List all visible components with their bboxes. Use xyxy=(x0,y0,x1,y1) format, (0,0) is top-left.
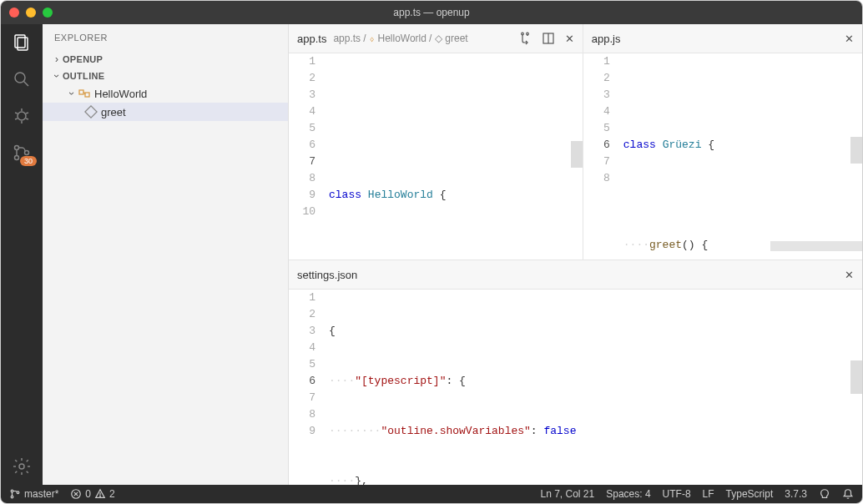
close-icon[interactable]: ✕ xyxy=(845,33,854,45)
code-content[interactable]: { ····"[typescript]": { ········"outline… xyxy=(329,290,862,485)
overview-ruler[interactable] xyxy=(850,360,862,394)
line-gutter: 1 2 3 4 5 6 7 8 9 xyxy=(289,290,329,485)
code-content[interactable]: class Grüezi { ····greet() { ········con… xyxy=(623,53,862,260)
activity-bar: 30 xyxy=(1,24,43,485)
status-language[interactable]: TypeScript xyxy=(726,488,774,500)
close-icon[interactable]: ✕ xyxy=(845,269,854,281)
status-bar: master* 0 2 Ln 7, Col 21 Spaces: 4 UTF-8… xyxy=(1,485,862,503)
code-content[interactable]: class HelloWorld { ····greet() { ·······… xyxy=(329,53,583,260)
method-symbol-icon: ◇ xyxy=(435,33,442,44)
method-symbol-icon xyxy=(84,105,98,118)
outline-section[interactable]: › OUTLINE xyxy=(43,68,288,84)
tab-bar: settings.json ✕ xyxy=(289,260,862,290)
svg-point-13 xyxy=(25,151,29,155)
svg-line-6 xyxy=(15,113,18,113)
class-symbol-icon xyxy=(78,87,91,100)
tab-app-ts[interactable]: app.ts xyxy=(297,33,326,45)
svg-line-7 xyxy=(26,113,28,113)
svg-rect-18 xyxy=(85,106,97,118)
code-editor[interactable]: 1 2 3 4 5 6 7 8 9 10 xyxy=(289,53,583,260)
compare-changes-icon[interactable] xyxy=(518,32,532,45)
explorer-tree: › OPENUP › OUTLINE › HelloWorld xyxy=(43,51,288,121)
status-encoding[interactable]: UTF-8 xyxy=(663,488,691,500)
window-controls xyxy=(9,8,53,18)
code-editor[interactable]: 1 2 3 4 5 6 7 8 class Grüezi { xyxy=(583,53,862,260)
svg-point-19 xyxy=(521,33,523,35)
line-gutter: 1 2 3 4 5 6 7 8 xyxy=(583,53,623,260)
svg-point-25 xyxy=(17,491,19,494)
editor-group-settings-json: settings.json ✕ 1 2 3 4 5 6 7 8 xyxy=(289,260,862,485)
status-cursor-position[interactable]: Ln 7, Col 21 xyxy=(540,488,594,500)
svg-point-30 xyxy=(100,496,101,496)
debug-icon[interactable] xyxy=(12,106,32,126)
source-control-icon[interactable]: 30 xyxy=(12,143,32,163)
line-gutter: 1 2 3 4 5 6 7 8 9 10 xyxy=(289,53,329,260)
status-ts-version[interactable]: 3.7.3 xyxy=(785,488,807,500)
svg-point-2 xyxy=(15,73,25,83)
outline-class-helloworld[interactable]: › HelloWorld xyxy=(43,84,288,103)
svg-point-12 xyxy=(15,156,19,160)
tab-app-js[interactable]: app.js xyxy=(592,33,621,45)
notifications-icon[interactable] xyxy=(842,488,854,500)
svg-rect-16 xyxy=(85,93,89,97)
code-editor[interactable]: 1 2 3 4 5 6 7 8 9 { ····"[typescri xyxy=(289,290,862,485)
editor-group-app-js: app.js ✕ 1 2 3 4 5 6 7 8 xyxy=(583,24,862,260)
status-indentation[interactable]: Spaces: 4 xyxy=(606,488,650,500)
svg-point-4 xyxy=(18,112,26,120)
svg-line-9 xyxy=(26,118,28,119)
editor-area: app.ts app.ts/ ⬨HelloWorld/ ◇greet xyxy=(289,24,862,485)
chevron-right-icon: › xyxy=(51,53,63,65)
close-window-button[interactable] xyxy=(9,8,19,18)
folder-openup[interactable]: › OPENUP xyxy=(43,51,288,68)
window-title: app.ts — openup xyxy=(393,7,469,18)
svg-line-8 xyxy=(15,118,18,119)
tab-settings-json[interactable]: settings.json xyxy=(297,269,357,281)
scm-badge: 30 xyxy=(20,156,37,166)
feedback-icon[interactable] xyxy=(819,488,830,500)
svg-point-20 xyxy=(526,33,528,35)
close-icon[interactable]: ✕ xyxy=(565,33,574,45)
svg-point-23 xyxy=(11,490,13,492)
horizontal-scrollbar[interactable] xyxy=(770,241,862,251)
maximize-window-button[interactable] xyxy=(43,8,53,18)
titlebar: app.ts — openup xyxy=(1,1,862,24)
svg-point-24 xyxy=(11,496,13,498)
explorer-sidebar: EXPLORER › OPENUP › OUTLINE › HelloWorld xyxy=(43,24,289,485)
minimize-window-button[interactable] xyxy=(26,8,36,18)
chevron-down-icon: › xyxy=(66,88,78,99)
svg-point-14 xyxy=(19,464,24,469)
settings-gear-icon[interactable] xyxy=(12,456,32,476)
class-symbol-icon: ⬨ xyxy=(369,33,375,44)
chevron-down-icon: › xyxy=(51,70,63,82)
app-window: app.ts — openup 30 EXPLORER xyxy=(0,0,863,504)
outline-method-greet[interactable]: greet xyxy=(43,103,288,121)
svg-line-3 xyxy=(24,82,29,87)
explorer-header: EXPLORER xyxy=(43,24,288,51)
split-editor-icon[interactable] xyxy=(542,32,555,45)
svg-point-11 xyxy=(15,146,19,150)
explorer-icon[interactable] xyxy=(12,33,32,53)
overview-ruler[interactable] xyxy=(571,141,583,168)
tab-bar: app.ts app.ts/ ⬨HelloWorld/ ◇greet xyxy=(289,24,583,53)
overview-ruler[interactable] xyxy=(850,137,862,164)
editor-group-app-ts: app.ts app.ts/ ⬨HelloWorld/ ◇greet xyxy=(289,24,583,260)
tab-bar: app.js ✕ xyxy=(583,24,862,53)
breadcrumb[interactable]: app.ts/ ⬨HelloWorld/ ◇greet xyxy=(333,33,467,44)
svg-rect-15 xyxy=(79,90,83,94)
search-icon[interactable] xyxy=(12,69,32,89)
status-branch[interactable]: master* xyxy=(9,488,58,500)
status-eol[interactable]: LF xyxy=(703,488,714,500)
status-problems[interactable]: 0 2 xyxy=(70,488,114,500)
